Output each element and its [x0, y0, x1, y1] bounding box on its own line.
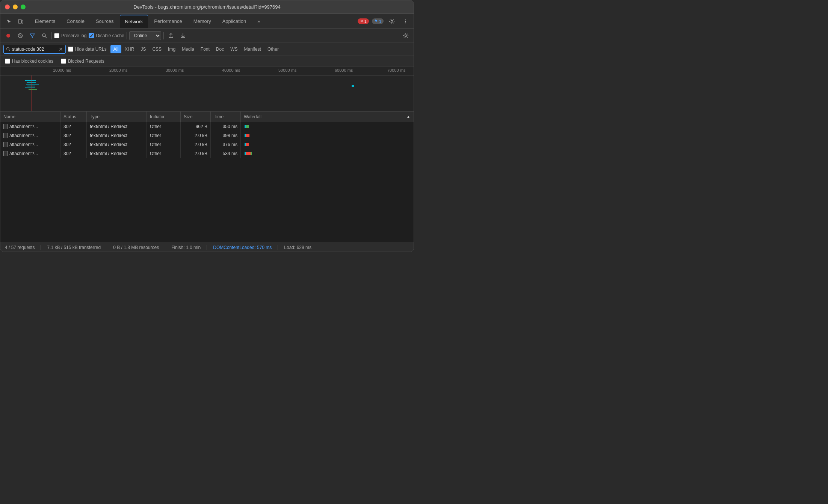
filter-type-font[interactable]: Font — [198, 45, 213, 53]
th-time[interactable]: Time — [211, 112, 241, 122]
td-waterfall-2 — [241, 131, 414, 140]
th-initiator[interactable]: Initiator — [147, 112, 181, 122]
tick-40000: 40000 ms — [222, 68, 240, 72]
tab-application[interactable]: Application — [217, 15, 252, 28]
blocked-requests-checkbox[interactable] — [61, 59, 66, 64]
th-size[interactable]: Size — [181, 112, 211, 122]
svg-line-10 — [45, 36, 47, 38]
minimize-button[interactable] — [13, 5, 18, 9]
th-waterfall[interactable]: Waterfall ▲ — [241, 112, 414, 122]
td-type-2: text/html / Redirect — [87, 131, 147, 140]
filter-type-media[interactable]: Media — [179, 45, 197, 53]
td-size-3: 2.0 kB — [181, 140, 211, 149]
td-time-2: 398 ms — [211, 131, 241, 140]
tab-more[interactable]: » — [252, 15, 265, 28]
tab-performance[interactable]: Performance — [149, 15, 187, 28]
network-settings-icon[interactable] — [401, 31, 411, 41]
disable-cache-checkbox[interactable] — [89, 33, 94, 38]
tab-network[interactable]: Network — [120, 15, 148, 28]
status-divider-3 — [165, 245, 165, 250]
th-status[interactable]: Status — [60, 112, 87, 122]
tab-elements[interactable]: Elements — [30, 15, 60, 28]
hide-data-urls-label[interactable]: Hide data URLs — [68, 47, 107, 52]
device-toggle-icon[interactable] — [15, 16, 26, 27]
svg-rect-20 — [352, 85, 354, 87]
blocked-requests-label[interactable]: Blocked Requests — [61, 59, 104, 64]
filter-search-icon — [6, 47, 11, 51]
cursor-icon[interactable] — [3, 16, 14, 27]
filter-type-manifest[interactable]: Manifest — [241, 45, 264, 53]
table-row[interactable]: attachment?... 302 text/html / Redirect … — [0, 149, 414, 158]
filter-type-doc[interactable]: Doc — [213, 45, 227, 53]
status-divider-5 — [278, 245, 278, 250]
has-blocked-cookies-label[interactable]: Has blocked cookies — [5, 59, 53, 64]
td-name-1: attachment?... — [0, 122, 60, 131]
filter-type-other[interactable]: Other — [264, 45, 282, 53]
upload-icon[interactable] — [166, 31, 176, 41]
filter-clear-icon[interactable]: ✕ — [59, 47, 63, 52]
svg-rect-22 — [245, 125, 246, 128]
svg-rect-14 — [25, 80, 36, 81]
filter-type-css[interactable]: CSS — [149, 45, 165, 53]
filter-type-js[interactable]: JS — [137, 45, 149, 53]
load-time: Load: 629 ms — [284, 245, 311, 250]
table-header: Name Status Type Initiator Size Time Wat… — [0, 112, 414, 122]
network-toolbar: Preserve log Disable cache Online — [0, 29, 414, 42]
clear-button[interactable] — [15, 31, 25, 41]
tab-console[interactable]: Console — [61, 15, 90, 28]
th-type[interactable]: Type — [87, 112, 147, 122]
svg-rect-29 — [246, 152, 251, 155]
download-icon[interactable] — [178, 31, 188, 41]
error-badge[interactable]: ✕ 1 — [358, 18, 369, 24]
warning-badge[interactable]: ⚑ 1 — [372, 18, 384, 24]
td-time-4: 534 ms — [211, 149, 241, 158]
close-button[interactable] — [5, 5, 10, 9]
filter-type-xhr[interactable]: XHR — [122, 45, 137, 53]
search-icon[interactable] — [39, 31, 49, 41]
filter-type-ws[interactable]: WS — [227, 45, 240, 53]
tick-10000: 10000 ms — [53, 68, 71, 72]
preserve-log-label[interactable]: Preserve log — [54, 33, 86, 38]
td-initiator-2: Other — [147, 131, 181, 140]
throttle-select[interactable]: Online — [129, 31, 161, 40]
td-size-4: 2.0 kB — [181, 149, 211, 158]
table-row[interactable]: attachment?... 302 text/html / Redirect … — [0, 140, 414, 149]
finish-time: Finish: 1.0 min — [171, 245, 201, 250]
td-status-3: 302 — [60, 140, 87, 149]
hide-data-urls-checkbox[interactable] — [68, 47, 73, 52]
settings-icon[interactable] — [387, 16, 397, 27]
td-type-3: text/html / Redirect — [87, 140, 147, 149]
td-type-1: text/html / Redirect — [87, 122, 147, 131]
traffic-lights — [5, 5, 26, 9]
filter-input-wrap[interactable]: ✕ — [3, 45, 66, 54]
table-row[interactable]: attachment?... 302 text/html / Redirect … — [0, 131, 414, 140]
disable-cache-label[interactable]: Disable cache — [89, 33, 124, 38]
td-name-4: attachment?... — [0, 149, 60, 158]
maximize-button[interactable] — [21, 5, 26, 9]
tab-right-controls: ✕ 1 ⚑ 1 — [358, 16, 411, 27]
requests-count: 4 / 57 requests — [5, 245, 35, 250]
tab-sources[interactable]: Sources — [91, 15, 119, 28]
svg-rect-27 — [246, 143, 249, 146]
td-time-1: 350 ms — [211, 122, 241, 131]
filter-input[interactable] — [12, 47, 57, 52]
tab-memory[interactable]: Memory — [188, 15, 216, 28]
th-name[interactable]: Name — [0, 112, 60, 122]
filter-type-all[interactable]: All — [110, 45, 121, 53]
filter-checks: Has blocked cookies Blocked Requests — [0, 56, 414, 66]
status-bar: 4 / 57 requests 7.1 kB / 515 kB transfer… — [0, 242, 414, 252]
file-icon-3 — [3, 142, 8, 147]
td-type-4: text/html / Redirect — [87, 149, 147, 158]
svg-rect-16 — [26, 84, 39, 85]
filter-icon[interactable] — [27, 31, 37, 41]
record-button[interactable] — [3, 31, 13, 41]
td-waterfall-4 — [241, 149, 414, 158]
more-options-icon[interactable] — [400, 16, 411, 27]
filter-type-img[interactable]: Img — [165, 45, 178, 53]
svg-point-11 — [405, 35, 407, 36]
svg-point-12 — [7, 47, 9, 50]
tab-icons — [3, 16, 26, 27]
preserve-log-checkbox[interactable] — [54, 33, 59, 38]
table-row[interactable]: attachment?... 302 text/html / Redirect … — [0, 122, 414, 131]
has-blocked-cookies-checkbox[interactable] — [5, 59, 10, 64]
